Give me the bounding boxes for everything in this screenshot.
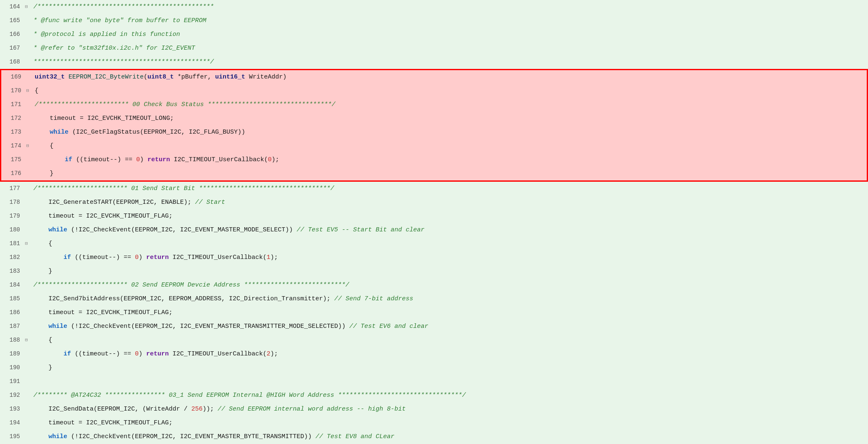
code-line: 189 if ((timeout--) == 0) return I2C_TIM…	[0, 347, 868, 361]
line-content: timeout = I2C_EVCHK_TIMEOUT_FLAG;	[32, 306, 868, 320]
code-token: // Test EV6 and clear	[349, 323, 428, 330]
fold-indicator[interactable]: ⊟	[25, 333, 32, 347]
fold-indicator[interactable]: ⊟	[26, 84, 33, 98]
fold-indicator	[25, 388, 32, 402]
fold-indicator	[25, 28, 32, 41]
code-line: 187 while (!I2C_CheckEvent(EEPROM_I2C, I…	[0, 320, 868, 333]
code-token	[33, 226, 48, 233]
code-token: if	[63, 350, 71, 358]
code-token: // Start	[195, 199, 225, 206]
code-token: /***************************************…	[33, 3, 214, 10]
code-token: WriteAddr)	[249, 74, 287, 81]
line-content: * @refer to "stm32f10x.i2c.h" for I2C_EV…	[32, 41, 868, 55]
code-token: timeout = I2C_EVCHK_TIMEOUT_FLAG;	[33, 309, 173, 316]
code-line: 166 * @protocol is applied in this funct…	[0, 28, 868, 41]
code-token: {	[35, 87, 38, 94]
code-token: 256	[191, 406, 203, 413]
line-content: while (!I2C_CheckEvent(EEPROM_I2C, I2C_E…	[32, 223, 868, 237]
code-line: 169 uint32_t EEPROM_I2C_ByteWrite(uint8_…	[0, 69, 868, 84]
fold-indicator[interactable]: ⊟	[26, 139, 33, 153]
code-token: ((timeout--) ==	[71, 254, 135, 261]
code-token	[33, 350, 63, 358]
fold-indicator	[25, 306, 32, 320]
line-content: if ((timeout--) == 0) return I2C_TIMEOUT…	[32, 251, 868, 264]
fold-indicator	[25, 41, 32, 55]
line-number: 183	[0, 264, 25, 278]
code-token: return	[146, 350, 169, 358]
code-line: 180 while (!I2C_CheckEvent(EEPROM_I2C, I…	[0, 223, 868, 237]
code-line: 183 }	[0, 264, 868, 278]
line-number: 186	[0, 306, 25, 320]
line-content: /************************ 02 Send EEPROM…	[32, 278, 868, 292]
fold-indicator[interactable]: ⊟	[25, 0, 32, 14]
fold-indicator[interactable]: ⊟	[25, 237, 32, 251]
code-token: )	[140, 156, 147, 163]
line-content: /************************ 00 Check Bus S…	[33, 98, 867, 112]
code-token: if	[65, 156, 72, 163]
code-token: I2C_SendData(EEPROM_I2C, (WriteAddr /	[33, 406, 191, 413]
code-token: I2C_TIMEOUT_UserCallback(	[170, 156, 268, 163]
code-line: 165 * @func write "one byte" from buffer…	[0, 14, 868, 28]
code-token	[33, 254, 63, 261]
code-line: 173 while (I2C_GetFlagStatus(EEPROM_I2C,…	[0, 125, 868, 139]
line-content: /************************ 01 Send Start …	[32, 182, 868, 195]
fold-indicator	[26, 98, 33, 112]
code-line: 164⊟/***********************************…	[0, 0, 868, 14]
code-token: I2C_TIMEOUT_UserCallback(	[169, 254, 266, 261]
line-content: {	[33, 139, 867, 153]
code-editor: 164⊟/***********************************…	[0, 0, 868, 444]
code-token: uint16_t	[215, 74, 249, 81]
code-token: while	[48, 323, 67, 330]
code-token: )	[139, 350, 146, 358]
line-content: }	[32, 264, 868, 278]
code-token: *pBuffer,	[178, 74, 215, 81]
code-line: 191	[0, 375, 868, 388]
fold-indicator	[25, 430, 32, 444]
code-line: 186 timeout = I2C_EVCHK_TIMEOUT_FLAG;	[0, 306, 868, 320]
line-number: 166	[0, 28, 25, 41]
code-token: return	[147, 156, 170, 163]
code-token: * @refer to "stm32f10x.i2c.h" for I2C_EV…	[33, 45, 195, 52]
fold-indicator	[25, 375, 32, 388]
code-token: timeout = I2C_EVCHK_TIMEOUT_FLAG;	[33, 213, 173, 220]
line-number: 185	[0, 292, 25, 306]
code-token: (I2C_GetFlagStatus(EEPROM_I2C, I2C_FLAG_…	[69, 129, 245, 136]
line-number: 187	[0, 320, 25, 333]
line-content	[32, 375, 868, 388]
line-number: 181	[0, 237, 25, 251]
line-number: 178	[0, 195, 25, 209]
line-number: 193	[0, 402, 25, 416]
line-content: {	[33, 84, 867, 98]
code-token: ((timeout--) ==	[72, 156, 136, 163]
code-token: while	[48, 433, 67, 440]
line-number: 195	[0, 430, 25, 444]
line-content: {	[32, 237, 868, 251]
code-token: /************************ 02 Send EEPROM…	[33, 282, 349, 289]
line-number: 174	[1, 139, 26, 153]
fold-indicator	[25, 278, 32, 292]
code-token: ));	[203, 406, 218, 413]
code-token: 0	[268, 156, 272, 163]
line-number: 176	[1, 167, 26, 180]
code-token: /******** @AT24C32 **************** 03_1…	[33, 392, 466, 399]
code-token: uint32_t	[35, 74, 69, 81]
code-line: 188⊟ {	[0, 333, 868, 347]
code-token	[35, 156, 65, 163]
line-number: 184	[0, 278, 25, 292]
line-content: * @protocol is applied in this function	[32, 28, 868, 41]
line-number: 168	[0, 55, 25, 69]
line-number: 188	[0, 333, 25, 347]
code-line: 193 I2C_SendData(EEPROM_I2C, (WriteAddr …	[0, 402, 868, 416]
line-number: 169	[1, 70, 26, 84]
code-line: 174⊟ {	[0, 139, 868, 153]
code-token: {	[33, 337, 52, 344]
code-line: 171 /************************ 00 Check B…	[0, 98, 868, 112]
code-token: I2C_TIMEOUT_UserCallback(	[169, 350, 266, 358]
line-content: if ((timeout--) == 0) return I2C_TIMEOUT…	[33, 153, 867, 167]
code-token: return	[146, 254, 169, 261]
code-token: {	[35, 142, 53, 150]
code-token: while	[50, 129, 69, 136]
code-line: 184 /************************ 02 Send EE…	[0, 278, 868, 292]
code-line: 167 * @refer to "stm32f10x.i2c.h" for I2…	[0, 41, 868, 55]
code-token	[33, 433, 48, 440]
